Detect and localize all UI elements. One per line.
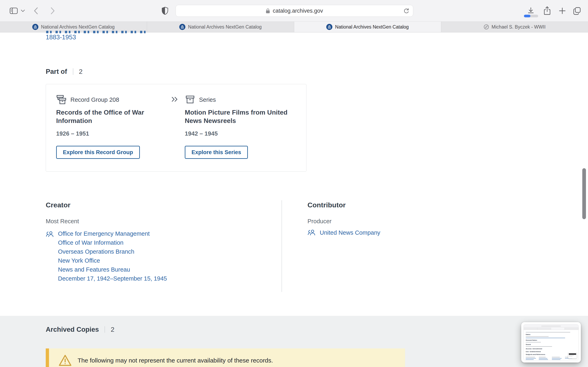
creator-link[interactable]: New York Office [58,256,167,265]
warning-message: The following may not represent the curr… [78,357,273,364]
column-divider [282,200,282,292]
part-of-card: Record Group 208 Series Records of the O… [46,84,306,172]
tab-2[interactable]: National Archives NextGen Catalog [147,22,294,32]
contributor-link[interactable]: United News Company [320,229,380,236]
archived-copies-count: 2 [111,326,114,333]
privacy-shield-icon[interactable] [160,0,169,22]
part-of-header: Part of 2 [46,68,82,75]
tab-title: National Archives NextGen Catalog [188,24,262,30]
creator-section: Creator Most Recent Office for Emergency… [46,201,274,283]
screenshot-preview-thumbnail[interactable]: Dates: General Notes: Sound Access: Unre… [521,322,581,363]
hierarchy-chevrons-icon [171,96,179,104]
series-title: Motion Picture Films from United News Ne… [185,108,293,125]
reload-icon[interactable] [403,8,409,16]
series-label: Series [199,96,216,103]
chevron-down-icon[interactable] [20,0,26,22]
series-icon [185,94,195,105]
download-progress-bar [524,15,538,17]
part-of-label: Part of [46,68,67,75]
archives-favicon [179,24,185,30]
creator-links: Office for Emergency Management Office o… [58,229,167,283]
mini-nested-thumbnail [568,353,577,359]
lock-icon [266,8,270,13]
address-bar[interactable]: catalog.archives.gov [176,5,413,17]
tab-title: National Archives NextGen Catalog [335,24,409,30]
record-group-title: Records of the Office of War Information [56,108,154,125]
series-date: 1942 – 1945 [185,130,218,137]
warning-triangle-icon [58,354,72,367]
compass-favicon [484,24,489,30]
availability-warning-banner: The following may not represent the curr… [46,349,405,367]
creator-link[interactable]: Overseas Operations Branch [58,247,167,256]
url-text: catalog.archives.gov [273,8,323,14]
contributor-heading: Contributor [307,201,491,209]
clipped-link-fragment [46,31,148,33]
record-group-icon [56,94,67,105]
record-group-date: 1926 – 1951 [56,130,89,137]
divider [104,326,105,333]
record-date-link[interactable]: 1883-1953 [46,34,76,41]
creator-link[interactable]: News and Features Bureau [58,265,167,274]
people-icon [307,229,316,236]
forward-button[interactable] [49,0,56,22]
creator-link[interactable]: Office of War Information [58,238,167,247]
contributor-subheading: Producer [307,218,491,225]
record-group-label: Record Group 208 [70,96,119,103]
tab-title: Michael S. Byczek - WWII [492,24,546,30]
archives-favicon [32,24,38,30]
people-icon [46,231,54,239]
new-tab-icon[interactable] [557,0,567,22]
series-kind: Series [185,94,216,105]
contributor-section: Contributor Producer United News Company [307,201,491,236]
scrollbar-thumb[interactable] [582,168,586,219]
mini-browser-window: Dates: General Notes: Sound Access: Unre… [523,324,579,360]
divider [73,68,73,75]
creator-subheading: Most Recent [46,218,274,225]
mini-toolbar [524,325,579,328]
tab-title: National Archives NextGen Catalog [41,24,115,30]
explore-series-button[interactable]: Explore this Series [185,146,248,159]
downloads-icon[interactable] [526,0,535,22]
tab-4[interactable]: Michael S. Byczek - WWII [441,22,588,32]
explore-record-group-button[interactable]: Explore this Record Group [56,146,140,159]
tab-overview-icon[interactable] [572,0,582,22]
tab-3-active[interactable]: National Archives NextGen Catalog [294,22,441,32]
back-button[interactable] [32,0,40,22]
part-of-count: 2 [79,68,83,75]
creator-heading: Creator [46,201,274,209]
creator-link[interactable]: December 17, 1942–September 15, 1945 [58,274,167,283]
sidebar-toggle-icon[interactable] [9,0,18,22]
creator-link[interactable]: Office for Emergency Management [58,229,167,238]
browser-toolbar: catalog.archives.gov [0,0,588,22]
archived-copies-section: Archived Copies 2 The following may not … [0,316,588,367]
catalog-page: 1883-1953 Part of 2 Record Group 208 Ser… [0,33,588,367]
archives-favicon [326,24,332,30]
archived-copies-heading: Archived Copies [46,325,99,333]
record-group-kind: Record Group 208 [56,94,119,105]
mini-tab-bar [524,328,579,330]
share-icon[interactable] [542,0,552,22]
